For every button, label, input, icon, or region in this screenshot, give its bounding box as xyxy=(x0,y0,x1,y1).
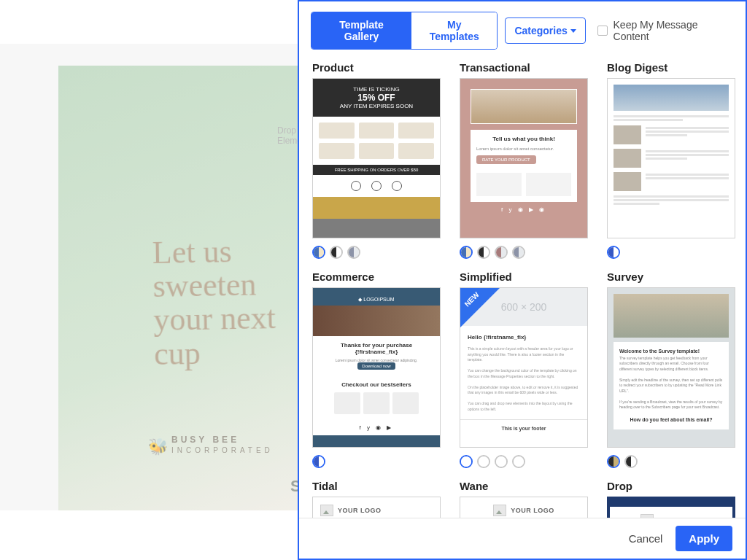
chevron-down-icon xyxy=(570,29,576,33)
apply-button[interactable]: Apply xyxy=(676,526,732,551)
color-swatch[interactable] xyxy=(512,246,525,259)
template-gallery-modal: Template Gallery My Templates Categories… xyxy=(298,0,747,560)
categories-label: Categories xyxy=(514,25,567,36)
tab-template-gallery[interactable]: Template Gallery xyxy=(311,12,411,49)
template-thumb[interactable]: YOUR LOGO This template is great to deli… xyxy=(607,497,735,518)
color-swatch[interactable] xyxy=(607,455,620,468)
template-card-product: Product TIME IS TICKING15% OFFANY ITEM E… xyxy=(312,61,441,259)
template-thumb[interactable]: NEW 600 × 200 Hello {!firstname_fix}This… xyxy=(460,287,588,448)
modal-toolbar: Template Gallery My Templates Categories… xyxy=(299,1,746,57)
categories-dropdown[interactable]: Categories xyxy=(505,18,585,44)
template-card-blog-digest: Blog Digest xyxy=(607,61,735,259)
editor-underlay: Drop Element Let us sweeten your next cu… xyxy=(0,44,321,510)
template-thumb[interactable]: YOUR LOGO Hi {!firstname_fix},This templ… xyxy=(312,497,441,518)
color-swatch[interactable] xyxy=(495,455,508,468)
color-swatches xyxy=(607,455,735,468)
template-title: Transactional xyxy=(460,61,588,74)
color-swatches xyxy=(312,246,441,259)
color-swatch[interactable] xyxy=(607,246,620,259)
template-title: Tidal xyxy=(312,480,441,492)
template-thumb[interactable]: Tell us what you think!Lorem ipsum dolor… xyxy=(460,78,588,238)
template-thumb[interactable] xyxy=(607,78,735,238)
template-card-transactional: Transactional Tell us what you think!Lor… xyxy=(460,61,588,259)
keep-content-label: Keep My Message Content xyxy=(614,19,734,42)
image-placeholder-icon xyxy=(493,505,506,516)
template-card-drop: Drop YOUR LOGO This template is great to… xyxy=(607,480,735,518)
template-title: Ecommerce xyxy=(312,271,441,283)
bee-icon: 🐝 xyxy=(148,438,168,456)
color-swatches xyxy=(460,455,588,468)
view-tabs: Template Gallery My Templates xyxy=(311,12,498,50)
color-swatches xyxy=(312,455,441,468)
color-swatch[interactable] xyxy=(495,246,508,259)
color-swatches xyxy=(460,246,588,259)
color-swatch[interactable] xyxy=(460,455,473,468)
color-swatch[interactable] xyxy=(624,455,638,468)
template-title: Drop xyxy=(607,480,735,492)
image-placeholder-icon xyxy=(320,505,333,516)
new-badge: NEW xyxy=(460,288,500,327)
color-swatch[interactable] xyxy=(512,455,525,468)
email-preview: Drop Element Let us sweeten your next cu… xyxy=(58,66,321,510)
template-card-ecommerce: Ecommerce ◆ LOGOIPSUM Thanks for your pu… xyxy=(312,271,441,468)
template-card-wane: Wane YOUR LOGO xyxy=(460,480,588,518)
color-swatch[interactable] xyxy=(330,246,343,259)
template-row: Product TIME IS TICKING15% OFFANY ITEM E… xyxy=(312,61,732,259)
keep-content-option[interactable]: Keep My Message Content xyxy=(597,19,734,42)
color-swatches xyxy=(607,246,735,259)
template-card-simplified: Simplified NEW 600 × 200 Hello {!firstna… xyxy=(460,271,588,468)
color-swatch[interactable] xyxy=(477,455,490,468)
template-title: Wane xyxy=(460,480,588,492)
template-thumb[interactable]: YOUR LOGO xyxy=(460,497,588,518)
template-title: Survey xyxy=(607,271,735,283)
modal-footer: Cancel Apply xyxy=(299,518,746,559)
template-grid: Product TIME IS TICKING15% OFFANY ITEM E… xyxy=(299,57,746,518)
hero-script-text: Let us sweeten your next cup xyxy=(152,233,322,371)
template-row: Ecommerce ◆ LOGOIPSUM Thanks for your pu… xyxy=(312,271,732,468)
template-title: Simplified xyxy=(460,271,588,283)
color-swatch[interactable] xyxy=(477,246,490,259)
brand-block: BUSY BEE INCORPORATED xyxy=(171,435,274,455)
cancel-button[interactable]: Cancel xyxy=(624,526,667,551)
tab-my-templates[interactable]: My Templates xyxy=(411,12,497,49)
color-swatch[interactable] xyxy=(312,246,325,259)
template-title: Blog Digest xyxy=(607,61,735,74)
template-thumb[interactable]: ◆ LOGOIPSUM Thanks for your purchase {!f… xyxy=(312,287,441,448)
template-row: Tidal YOUR LOGO Hi {!firstname_fix},This… xyxy=(312,480,732,518)
keep-content-checkbox[interactable] xyxy=(597,26,608,36)
template-card-survey: Survey Welcome to the Survey template!Th… xyxy=(607,271,735,468)
template-title: Product xyxy=(312,61,441,74)
image-placeholder-icon xyxy=(640,514,654,518)
template-thumb[interactable]: TIME IS TICKING15% OFFANY ITEM EXPIRES S… xyxy=(312,78,441,238)
color-swatch[interactable] xyxy=(460,246,473,259)
color-swatch[interactable] xyxy=(312,455,325,468)
color-swatch[interactable] xyxy=(347,246,360,259)
template-thumb[interactable]: Welcome to the Survey template!The surve… xyxy=(607,287,735,448)
template-card-tidal: Tidal YOUR LOGO Hi {!firstname_fix},This… xyxy=(312,480,441,518)
